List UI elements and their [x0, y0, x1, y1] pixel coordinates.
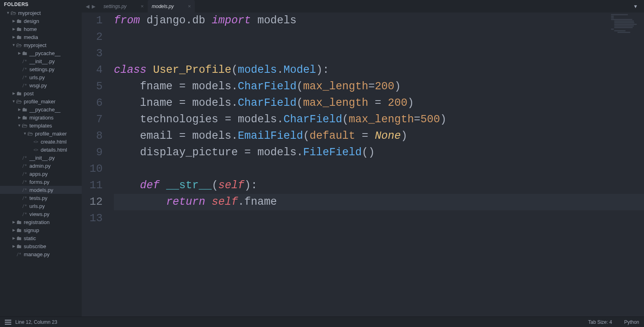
code-line[interactable]: fname = models.CharField(max_length=200): [114, 78, 644, 95]
editor-tab[interactable]: models.py×: [148, 0, 195, 12]
tree-item[interactable]: ▶registration: [0, 218, 82, 226]
folder-open-icon: [10, 10, 16, 16]
tree-item-label: views.py: [29, 211, 50, 217]
tree-item[interactable]: <>create.html: [0, 138, 82, 146]
tree-item[interactable]: ▶__pycache__: [0, 49, 82, 57]
chevron-right-icon[interactable]: ▶: [11, 228, 16, 232]
nav-back-icon[interactable]: ◀: [86, 4, 89, 9]
chevron-down-icon[interactable]: ▼: [11, 99, 16, 103]
folder-open-icon: [16, 42, 22, 48]
tab-label: models.py: [152, 4, 174, 9]
code-line[interactable]: lname = models.CharField(max_length = 20…: [114, 95, 644, 111]
chevron-right-icon[interactable]: ▶: [11, 91, 16, 95]
code-line[interactable]: from django.db import models: [114, 12, 644, 29]
sidebar-header: FOLDERS: [0, 0, 82, 9]
line-number: 5: [82, 78, 103, 95]
chevron-right-icon[interactable]: ▶: [11, 244, 16, 248]
tree-item-label: settings.py: [29, 66, 54, 72]
python-file-icon: /*: [22, 203, 27, 209]
code-line[interactable]: class User_Profile(models.Model):: [114, 62, 644, 78]
code-line[interactable]: def __str__(self):: [114, 177, 644, 194]
code-line[interactable]: return self.fname: [114, 194, 644, 210]
tree-item-label: media: [24, 34, 38, 40]
tree-item[interactable]: ▼myproject: [0, 41, 82, 49]
tree-item[interactable]: /*models.py: [0, 186, 82, 194]
nav-forward-icon[interactable]: ▶: [92, 4, 95, 9]
language-indicator[interactable]: Python: [624, 319, 639, 325]
tree-item[interactable]: ▶media: [0, 33, 82, 41]
close-icon[interactable]: ×: [140, 3, 144, 9]
tree-item[interactable]: ▼profile_maker: [0, 97, 82, 105]
line-number: 11: [82, 177, 103, 194]
python-file-icon: /*: [22, 179, 27, 185]
tree-item[interactable]: ▼templates: [0, 121, 82, 130]
minimap[interactable]: [611, 14, 639, 38]
tree-item[interactable]: /*manage.py: [0, 250, 82, 258]
tab-size-indicator[interactable]: Tab Size: 4: [588, 319, 612, 325]
folder-icon: [22, 50, 27, 56]
tree-item[interactable]: /*__init__.py: [0, 57, 82, 65]
tree-item[interactable]: /*urls.py: [0, 202, 82, 210]
code-editor[interactable]: 12345678910111213 from django.db import …: [82, 12, 644, 317]
chevron-down-icon[interactable]: ▼: [23, 132, 27, 136]
chevron-right-icon[interactable]: ▶: [17, 107, 22, 111]
chevron-right-icon[interactable]: ▶: [11, 220, 16, 224]
tree-item[interactable]: <>details.html: [0, 146, 82, 154]
tree-item[interactable]: /*admin.py: [0, 162, 82, 170]
tree-item[interactable]: ▶migrations: [0, 113, 82, 121]
tab-history-nav[interactable]: ◀ ▶: [82, 0, 99, 12]
line-number: 9: [82, 144, 103, 161]
chevron-right-icon[interactable]: ▶: [17, 51, 22, 55]
folder-icon: [16, 243, 22, 249]
line-number: 2: [82, 29, 103, 45]
code-line[interactable]: display_picture = models.FileField(): [114, 144, 644, 161]
chevron-right-icon[interactable]: ▶: [11, 27, 16, 31]
code-line[interactable]: [114, 29, 644, 45]
tree-item[interactable]: /*wsgi.py: [0, 81, 82, 89]
tree-item-label: subscribe: [24, 243, 46, 249]
chevron-right-icon[interactable]: ▶: [17, 115, 22, 119]
editor-tab[interactable]: settings.py×: [99, 0, 148, 12]
chevron-down-icon[interactable]: ▼: [11, 43, 16, 47]
chevron-right-icon[interactable]: ▶: [11, 236, 16, 240]
folder-icon: [22, 115, 27, 120]
tree-item[interactable]: /*settings.py: [0, 65, 82, 73]
code-line[interactable]: [114, 161, 644, 177]
close-icon[interactable]: ×: [188, 3, 191, 9]
chevron-right-icon[interactable]: ▶: [11, 19, 16, 23]
editor-area: ◀ ▶ settings.py×models.py× ▼ 12345678910…: [82, 0, 644, 317]
line-number: 4: [82, 62, 103, 78]
tab-overflow-icon[interactable]: ▼: [633, 0, 644, 12]
tree-item[interactable]: /*views.py: [0, 210, 82, 218]
tree-item[interactable]: ▶__pycache__: [0, 105, 82, 113]
tree-item[interactable]: ▶post: [0, 89, 82, 97]
html-file-icon: <>: [33, 147, 39, 152]
tree-item[interactable]: /*apps.py: [0, 170, 82, 178]
line-number: 8: [82, 128, 103, 144]
code-line[interactable]: technologies = models.CharField(max_leng…: [114, 111, 644, 128]
tree-item[interactable]: /*__init__.py: [0, 154, 82, 162]
tree-item[interactable]: ▼profile_maker: [0, 130, 82, 138]
cursor-position[interactable]: Line 12, Column 23: [15, 319, 57, 325]
tree-item[interactable]: ▼myproject: [0, 9, 82, 17]
chevron-right-icon[interactable]: ▶: [11, 35, 16, 39]
folder-icon: [16, 90, 22, 96]
code-line[interactable]: email = models.EmailField(default = None…: [114, 128, 644, 144]
python-file-icon: /*: [22, 163, 27, 169]
tree-item[interactable]: ▶subscribe: [0, 242, 82, 250]
tree-item[interactable]: ▶design: [0, 17, 82, 25]
folder-icon: [16, 235, 22, 241]
code-line[interactable]: [114, 210, 644, 227]
tree-item[interactable]: /*forms.py: [0, 178, 82, 186]
tree-item-label: details.html: [41, 147, 67, 153]
chevron-down-icon[interactable]: ▼: [17, 123, 22, 128]
code-content[interactable]: from django.db import modelsclass User_P…: [110, 12, 644, 317]
tree-item[interactable]: ▶signup: [0, 226, 82, 234]
menu-icon[interactable]: [5, 320, 11, 325]
chevron-down-icon[interactable]: ▼: [6, 11, 10, 15]
tree-item[interactable]: /*urls.py: [0, 73, 82, 81]
tree-item[interactable]: ▶home: [0, 25, 82, 33]
tree-item[interactable]: /*tests.py: [0, 194, 82, 202]
code-line[interactable]: [114, 45, 644, 62]
tree-item[interactable]: ▶static: [0, 234, 82, 242]
